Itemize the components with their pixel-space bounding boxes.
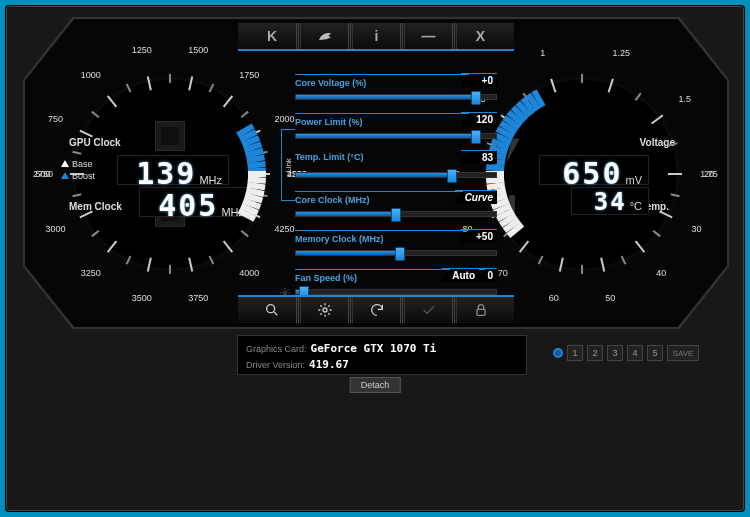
kombustor-button[interactable]: K xyxy=(248,23,296,49)
minimize-button[interactable]: — xyxy=(404,23,452,49)
fan-mode-value[interactable]: Auto xyxy=(442,268,479,282)
lock-button[interactable] xyxy=(456,297,504,323)
driver-version-row: Driver Version:419.67 xyxy=(246,357,518,373)
temp-unit: °C xyxy=(630,200,642,212)
reset-button[interactable] xyxy=(352,297,400,323)
voltage-value: 650 xyxy=(562,156,622,191)
power-limit-slider[interactable] xyxy=(295,133,497,139)
core-clock-value[interactable]: Curve xyxy=(455,190,497,204)
svg-point-1 xyxy=(267,305,275,313)
monitor-button[interactable] xyxy=(248,297,296,323)
temp-value: 34 xyxy=(594,188,627,216)
gpu-clock-value: 139 xyxy=(136,156,196,191)
core-clock-row: Core Clock (MHz) Curve xyxy=(295,191,497,223)
profile-2-button[interactable]: 2 xyxy=(587,345,603,361)
link-toggle[interactable]: Link xyxy=(281,129,295,201)
dragon-icon xyxy=(317,28,333,44)
settings-button[interactable] xyxy=(300,297,348,323)
sliders-column: Core Voltage (%) +0 Power Limit (%) 120 … xyxy=(295,74,497,301)
apply-button[interactable] xyxy=(404,297,452,323)
profile-5-button[interactable]: 5 xyxy=(647,345,663,361)
close-button[interactable]: X xyxy=(456,23,504,49)
main-panel: K i — X GPU Clock Mem Clock Base Boost 1… xyxy=(25,19,727,327)
profile-4-button[interactable]: 4 xyxy=(627,345,643,361)
info-button[interactable]: i xyxy=(352,23,400,49)
detach-button[interactable]: Detach xyxy=(350,377,401,393)
temp-limit-row: Temp. Limit (°C) 83 xyxy=(295,152,497,184)
profile-3-button[interactable]: 3 xyxy=(607,345,623,361)
voltage-display: 650 mV xyxy=(539,155,649,185)
app-window: K i — X GPU Clock Mem Clock Base Boost 1… xyxy=(6,6,744,511)
bottom-toolbar xyxy=(238,295,514,323)
check-icon xyxy=(421,302,437,318)
profile-1-button[interactable]: 1 xyxy=(567,345,583,361)
mem-clock-label: Mem Clock xyxy=(69,201,122,212)
dragon-logo-button[interactable] xyxy=(300,23,348,49)
mem-clock-value: 405 xyxy=(158,188,218,223)
legend-base: Base xyxy=(61,159,93,169)
graphics-card-row: Graphics Card:GeForce GTX 1070 Ti xyxy=(246,341,518,357)
power-limit-value: 120 xyxy=(461,112,497,126)
core-voltage-value: +0 xyxy=(461,73,497,87)
info-bar: Graphics Card:GeForce GTX 1070 Ti Driver… xyxy=(237,335,527,375)
svg-rect-3 xyxy=(477,309,485,315)
temp-display: 34 °C xyxy=(571,187,649,215)
gpu-clock-display: 139 MHz xyxy=(117,155,229,185)
core-clock-slider[interactable] xyxy=(295,211,497,217)
voltage-unit: mV xyxy=(626,174,643,186)
refresh-icon xyxy=(369,302,385,318)
lock-icon xyxy=(473,302,489,318)
memory-clock-row: Memory Clock (MHz) +50 xyxy=(295,230,497,262)
top-toolbar: K i — X xyxy=(238,23,514,51)
temp-limit-slider[interactable] xyxy=(295,172,497,178)
profile-row: 1 2 3 4 5 SAVE xyxy=(553,345,699,361)
core-voltage-slider[interactable] xyxy=(295,94,497,100)
startup-toggle[interactable] xyxy=(553,348,563,358)
memory-clock-value: +50 xyxy=(461,229,497,243)
gear-icon xyxy=(317,302,333,318)
core-voltage-row: Core Voltage (%) +0 xyxy=(295,74,497,106)
gpu-chip-icon xyxy=(155,121,185,151)
memory-clock-slider[interactable] xyxy=(295,250,497,256)
power-limit-row: Power Limit (%) 120 xyxy=(295,113,497,145)
search-icon xyxy=(264,302,280,318)
gpu-clock-label: GPU Clock xyxy=(69,137,121,148)
svg-point-2 xyxy=(323,308,327,312)
mem-clock-display: 405 MHz xyxy=(139,187,251,217)
save-profile-button[interactable]: SAVE xyxy=(667,345,699,361)
voltage-temp-gauge: Voltage Temp. 650 mV 34 °C .5.7511.251.5… xyxy=(467,59,697,289)
graphics-card-value: GeForce GTX 1070 Ti xyxy=(311,342,437,355)
temp-limit-value: 83 xyxy=(461,150,497,164)
clock-gauge: GPU Clock Mem Clock Base Boost 139 MHz 4… xyxy=(55,59,285,289)
driver-version-value: 419.67 xyxy=(309,358,349,371)
gpu-clock-unit: MHz xyxy=(199,174,222,186)
fan-speed-value: 0 xyxy=(477,268,497,282)
